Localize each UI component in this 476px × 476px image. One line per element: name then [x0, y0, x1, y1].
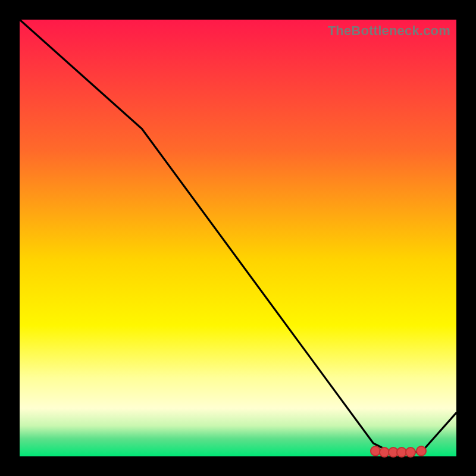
optimal-marker [416, 446, 427, 456]
bottleneck-curve [20, 20, 456, 456]
curve-path [20, 20, 456, 452]
chart-plot-area: TheBottleneck.com [20, 20, 456, 456]
optimal-marker [405, 447, 416, 458]
chart-frame: TheBottleneck.com [0, 0, 476, 476]
